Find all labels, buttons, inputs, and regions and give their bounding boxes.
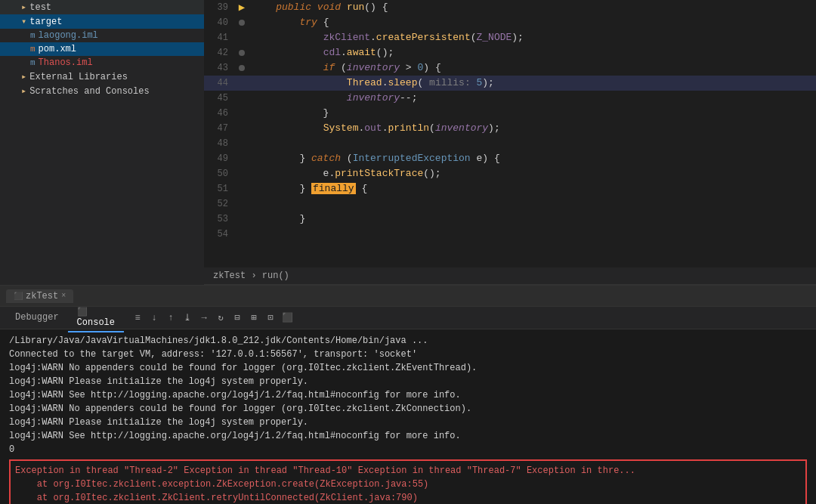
toolbar-btn-bottom[interactable]: ⤓ <box>180 311 195 326</box>
sidebar-item-scratches[interactable]: ▸ Scratches and Consoles <box>0 84 204 98</box>
debug-arrow-icon: ▶ <box>239 0 245 15</box>
exception-line-1: Exception in thread "Thread-2" Exception… <box>15 464 801 478</box>
folder-icon: ▸ <box>21 85 26 97</box>
line-gutter <box>234 50 249 56</box>
line-number: 46 <box>204 106 234 121</box>
code-content: cdl.await(); <box>249 45 816 60</box>
zkexception-link[interactable]: ZkException.java:55 <box>320 479 423 490</box>
console-line-warn1: log4j:WARN No appenders could be found f… <box>9 361 807 375</box>
console-line-warn4: log4j:WARN No appenders could be found f… <box>9 402 807 416</box>
code-line-44: 44 Thread.sleep( millis: 5); <box>204 76 816 91</box>
code-line-54: 54 <box>204 227 816 242</box>
exception-box: Exception in thread "Thread-2" Exception… <box>9 459 807 504</box>
breakpoint-placeholder <box>239 65 245 71</box>
code-content: inventory--; <box>249 91 816 106</box>
close-session-tab[interactable]: × <box>61 292 66 300</box>
console-line-warn2: log4j:WARN Please initialize the log4j s… <box>9 375 807 388</box>
code-line-52: 52 <box>204 196 816 212</box>
editor-area: 39 ▶ public void run() { 40 try { <box>204 0 816 285</box>
sidebar-item-external-libraries[interactable]: ▸ External Libraries <box>0 70 204 84</box>
sidebar: ▸ test ▾ target m laogong.iml m pom.xml … <box>0 0 204 285</box>
session-tab-label: zkTest <box>26 291 58 301</box>
breadcrumb-text: zkTest › run() <box>213 271 289 281</box>
line-number: 42 <box>204 45 234 60</box>
iml-icon: m <box>30 31 36 40</box>
tab-debugger[interactable]: Debugger <box>6 309 68 327</box>
code-line-48: 48 <box>204 136 816 151</box>
code-line-43: 43 if (inventory > 0) { <box>204 60 816 76</box>
panel-toolbar: ≡ ↓ ↑ ⤓ → ↻ ⊟ ⊞ ⊡ ⬛ <box>130 311 295 326</box>
toolbar-btn-refresh[interactable]: ↻ <box>213 311 228 326</box>
sidebar-item-target[interactable]: ▾ target <box>0 14 204 29</box>
code-content: } finally { <box>249 181 816 196</box>
sidebar-item-test[interactable]: ▸ test <box>0 0 204 14</box>
line-gutter <box>234 65 249 71</box>
sidebar-item-pom-xml[interactable]: m pom.xml <box>0 42 204 56</box>
console-line-warn3: log4j:WARN See http://logging.apache.org… <box>9 388 807 402</box>
toolbar-btn-plus[interactable]: ⊞ <box>246 311 261 326</box>
code-line-41: 41 zkClient.createPersistent(Z_NODE); <box>204 30 816 45</box>
log4j-link-1[interactable]: http://logging.apache.org/log4j/1.2/faq.… <box>91 390 379 400</box>
line-number: 50 <box>204 166 234 181</box>
code-content: } <box>249 106 816 121</box>
exception-line-3: at org.I0Itec.zkclient.ZkClient.retryUnt… <box>15 491 801 504</box>
tab-console[interactable]: ⬛ Console <box>68 304 124 332</box>
code-line-47: 47 System.out.println(inventory); <box>204 121 816 136</box>
toolbar-btn-down[interactable]: ↓ <box>147 311 162 326</box>
breakpoint-placeholder <box>239 20 245 26</box>
line-number: 44 <box>204 76 234 91</box>
code-lines: 39 ▶ public void run() { 40 try { <box>204 0 816 267</box>
code-content: zkClient.createPersistent(Z_NODE); <box>249 30 816 45</box>
sidebar-item-laogong-iml[interactable]: m laogong.iml <box>0 29 204 42</box>
code-content: if (inventory > 0) { <box>249 60 816 76</box>
toolbar-btn-right[interactable]: → <box>196 311 212 326</box>
xml-icon: m <box>30 45 36 54</box>
code-content <box>249 196 816 212</box>
line-number: 45 <box>204 91 234 106</box>
code-line-53: 53 } <box>204 212 816 227</box>
line-gutter: ▶ <box>234 0 249 15</box>
debug-icon: ⬛ <box>14 292 23 301</box>
zkclient-link[interactable]: ZkClient.java:790 <box>320 493 412 503</box>
session-tab-zktest[interactable]: ⬛ zkTest × <box>6 289 73 303</box>
code-line-39: 39 ▶ public void run() { <box>204 0 816 15</box>
code-container: 39 ▶ public void run() { 40 try { <box>204 0 816 285</box>
toolbar-btn-up[interactable]: ↑ <box>163 311 178 326</box>
code-content: e.printStackTrace(); <box>249 166 816 181</box>
exception-line-2: at org.I0Itec.zkclient.exception.ZkExcep… <box>15 478 801 491</box>
code-line-45: 45 inventory--; <box>204 91 816 106</box>
code-line-40: 40 try { <box>204 15 816 30</box>
toolbar-btn-stop[interactable]: ⬛ <box>280 311 295 326</box>
log4j-link-2[interactable]: http://logging.apache.org/log4j/1.2/faq.… <box>91 431 379 441</box>
code-content: Thread.sleep( millis: 5); <box>249 76 816 91</box>
sidebar-item-label: pom.xml <box>39 44 76 54</box>
sidebar-item-label: laogong.iml <box>39 30 98 41</box>
line-number: 48 <box>204 136 234 151</box>
line-number: 47 <box>204 121 234 136</box>
toolbar-btn-grid[interactable]: ⊡ <box>263 311 278 326</box>
breadcrumb: zkTest › run() <box>204 267 816 285</box>
console-icon: ⬛ <box>77 308 88 317</box>
console-line-zero: 0 <box>9 443 807 456</box>
line-number: 51 <box>204 181 234 196</box>
console-line-warn5: log4j:WARN Please initialize the log4j s… <box>9 416 807 429</box>
sidebar-item-thanos-iml[interactable]: m Thanos.iml <box>0 56 204 70</box>
code-line-49: 49 } catch (InterruptedException e) { <box>204 151 816 166</box>
code-content <box>249 136 816 151</box>
code-line-46: 46 } <box>204 106 816 121</box>
line-number: 53 <box>204 212 234 227</box>
toolbar-btn-minus[interactable]: ⊟ <box>230 311 245 326</box>
code-content <box>249 227 816 242</box>
sidebar-item-label: target <box>29 17 62 27</box>
folder-icon: ▾ <box>21 16 26 27</box>
main-container: ▸ test ▾ target m laogong.iml m pom.xml … <box>0 0 816 285</box>
code-content: } <box>249 212 816 227</box>
panel-tabs: Debugger ⬛ Console ≡ ↓ ↑ ⤓ → ↻ ⊟ ⊞ ⊡ ⬛ <box>0 307 816 329</box>
sidebar-item-label: test <box>29 2 51 13</box>
toolbar-btn-1[interactable]: ≡ <box>130 311 145 326</box>
console-line-jdk: /Library/Java/JavaVirtualMachines/jdk1.8… <box>9 334 807 348</box>
code-line-50: 50 e.printStackTrace(); <box>204 166 816 181</box>
code-content: try { <box>249 15 816 30</box>
sidebar-item-label: Scratches and Consoles <box>29 86 149 97</box>
sidebar-item-label: Thanos.iml <box>39 57 93 68</box>
